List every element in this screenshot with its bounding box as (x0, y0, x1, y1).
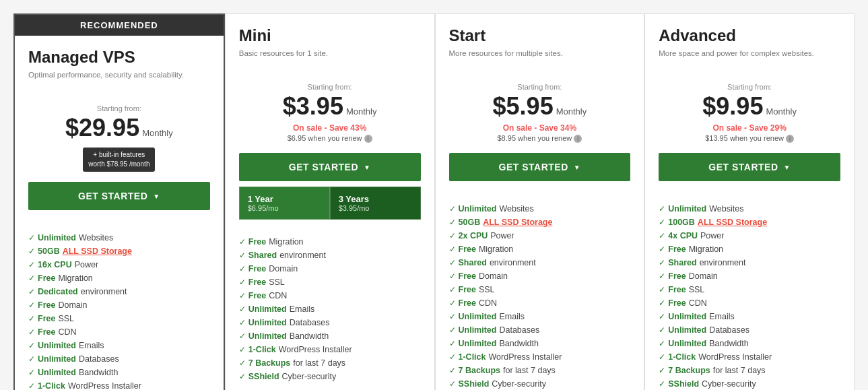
check-icon: ✓ (449, 231, 456, 240)
opt-period: 1 Year (248, 194, 321, 204)
feature-item: ✓ Unlimited Databases (659, 323, 840, 337)
feature-highlight: ALL SSD Storage (698, 218, 767, 227)
feature-rest: Bandwidth (709, 339, 748, 348)
feature-bold: Unlimited (38, 354, 76, 364)
btn-area: GET STARTED ▼ (15, 182, 224, 210)
check-icon: ✓ (449, 352, 456, 362)
plan-header: Start More resources for multiple sites. (436, 14, 644, 76)
feature-item: ✓ 50GBALL SSD Storage (449, 216, 631, 229)
feature-item: ✓ Free Domain (28, 298, 210, 312)
feature-rest: Migration (689, 245, 723, 254)
plan-card-start: Start More resources for multiple sites.… (435, 13, 645, 390)
feature-item: ✓ Free Migration (239, 235, 421, 249)
feature-item: ✓ Unlimited Emails (659, 310, 840, 323)
plan-card-mini: Mini Basic resources for 1 site. Startin… (225, 13, 435, 390)
feature-bold: 1-Click (459, 352, 486, 362)
feature-bold: 4x CPU (668, 231, 698, 240)
feature-bold: SShield (668, 379, 699, 389)
feature-rest: WordPress Installer (489, 352, 562, 362)
feature-bold: Free (459, 245, 476, 254)
feature-item: ✓ SShield Cyber-security (239, 370, 421, 383)
price-row: $5.95 Monthly (449, 92, 631, 121)
price-period: Monthly (346, 106, 377, 117)
check-icon: ✓ (28, 314, 35, 323)
feature-bold: Unlimited (459, 339, 497, 348)
dropdown-option-0[interactable]: 1 Year $6.95/mo (239, 187, 330, 220)
feature-item: ✓ 4x CPU Power (659, 229, 840, 242)
check-icon: ✓ (239, 372, 246, 381)
recommended-badge: RECOMMENDED (15, 15, 224, 36)
feature-rest: Cyber-security (492, 379, 546, 389)
starting-from-label: Starting from: (28, 104, 210, 112)
feature-bold: 7 Backups (248, 358, 291, 368)
check-icon: ✓ (449, 218, 456, 227)
dropdown-option-1[interactable]: 3 Years $3.95/mo (330, 187, 421, 220)
feature-rest: WordPress Installer (279, 345, 352, 354)
feature-item: ✓ 7 Backups for last 7 days (659, 364, 840, 377)
info-icon[interactable]: i (786, 135, 794, 143)
info-icon[interactable]: i (364, 135, 372, 143)
feature-bold: Free (668, 298, 686, 308)
feature-bold: Free (459, 298, 476, 308)
feature-bold: Unlimited (459, 312, 497, 321)
check-icon: ✓ (449, 271, 456, 281)
sale-text: On sale - Save 43% (239, 123, 421, 133)
feature-bold: 100GB (668, 218, 695, 227)
feature-bold: Unlimited (248, 331, 287, 341)
feature-item: ✓ Unlimited Databases (28, 352, 210, 366)
feature-bold: Free (38, 314, 55, 323)
feature-bold: Unlimited (668, 312, 706, 321)
plan-desc: More resources for multiple sites. (449, 48, 631, 69)
check-icon: ✓ (449, 258, 456, 267)
price-row: $29.95 Monthly (28, 114, 210, 142)
plan-card-advanced: Advanced More space and power for comple… (644, 13, 855, 390)
feature-item: ✓ Free SSL (659, 283, 840, 296)
price-row: $9.95 Monthly (659, 92, 840, 121)
feature-bold: Unlimited (38, 341, 76, 350)
feature-rest: SSL (479, 285, 495, 294)
feature-bold: 2x CPU (459, 231, 488, 240)
feature-bold: Shared (668, 258, 696, 267)
feature-bold: 1-Click (248, 345, 276, 354)
feature-rest: environment (279, 251, 326, 260)
feature-rest: Migration (479, 245, 513, 254)
feature-item: ✓ SShield Cyber-security (449, 377, 631, 390)
feature-item: ✓ 7 Backups for last 7 days (449, 364, 631, 377)
price-period: Monthly (766, 106, 797, 117)
check-icon: ✓ (449, 204, 456, 214)
feature-item: ✓ 1-Click WordPress Installer (28, 379, 210, 390)
get-started-button-start[interactable]: GET STARTED ▼ (449, 153, 631, 181)
feature-rest: environment (490, 258, 536, 267)
feature-rest: Domain (689, 271, 718, 281)
feature-bold: Unlimited (459, 204, 497, 214)
feature-rest: Emails (499, 312, 525, 321)
check-icon: ✓ (239, 278, 246, 287)
feature-rest: Databases (709, 325, 749, 335)
check-icon: ✓ (659, 204, 665, 214)
feature-bold: Free (459, 285, 476, 294)
feature-item: ✓ Unlimited Bandwidth (659, 337, 840, 350)
feature-rest: Migration (58, 273, 92, 283)
feature-item: ✓ Free CDN (28, 325, 210, 339)
get-started-button-advanced[interactable]: GET STARTED ▼ (659, 153, 840, 181)
info-icon[interactable]: i (574, 135, 582, 143)
check-icon: ✓ (659, 366, 665, 375)
get-started-button-mini[interactable]: GET STARTED ▼ (239, 153, 421, 181)
feature-rest: CDN (269, 291, 287, 300)
feature-highlight: ALL SSD Storage (483, 218, 552, 227)
feature-item: ✓ Free Migration (28, 271, 210, 285)
check-icon: ✓ (659, 312, 665, 321)
feature-rest: SSL (689, 285, 705, 294)
feature-rest: WordPress Installer (698, 352, 772, 362)
feature-item: ✓ Unlimited Databases (239, 316, 421, 329)
feature-bold: Unlimited (668, 339, 706, 348)
feature-bold: SShield (459, 379, 490, 389)
feature-bold: 1-Click (38, 381, 65, 390)
plan-header: Advanced More space and power for comple… (645, 14, 854, 76)
dropdown-arrow-icon: ▼ (153, 193, 160, 200)
check-icon: ✓ (28, 381, 35, 390)
get-started-button-managed-vps[interactable]: GET STARTED ▼ (28, 182, 210, 210)
dropdown-arrow-icon: ▼ (784, 164, 791, 171)
check-icon: ✓ (659, 325, 665, 335)
feature-item: ✓ Free SSL (449, 283, 631, 296)
